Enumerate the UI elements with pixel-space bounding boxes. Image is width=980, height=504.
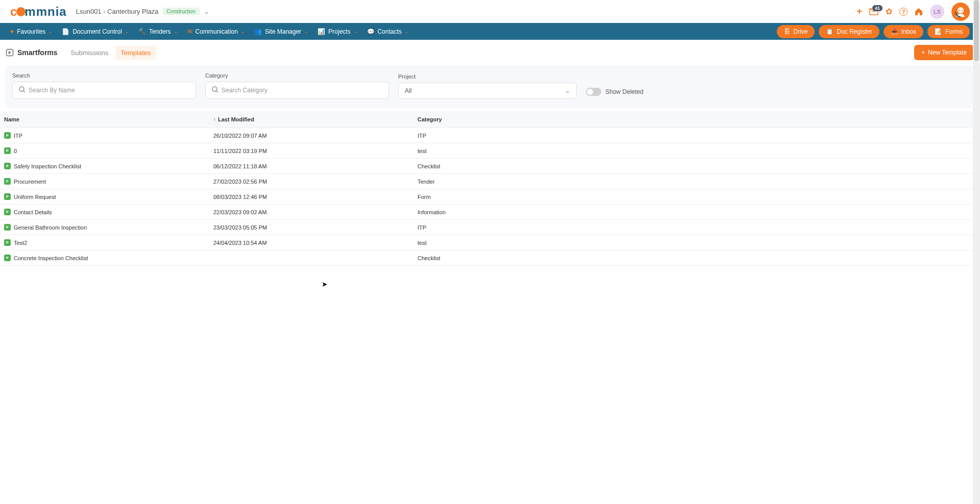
show-deleted-toggle[interactable] <box>586 88 601 96</box>
cell-name: F Safety Inspection Checklist <box>4 163 213 169</box>
cell-modified: 08/03/2023 12:46 PM <box>213 194 418 200</box>
cell-name: F Test2 <box>4 239 213 246</box>
topbar: cmmnia Lsun001 - Canterbury Plaza Constr… <box>0 0 980 23</box>
chevron-down-icon: ⌄ <box>565 87 570 94</box>
nav-icon: 💬 <box>367 28 375 35</box>
topbar-right: + 41 ✿ ? LS <box>856 3 970 21</box>
nav-item-site-manager[interactable]: 👥Site Manager⌄ <box>254 28 308 35</box>
nav-item-tenders[interactable]: 🔨Tenders⌄ <box>138 28 178 35</box>
table-row[interactable]: F 0 11/11/2022 03:19 PM test <box>0 143 980 159</box>
nav-item-communication[interactable]: ✉Communication⌄ <box>187 28 245 35</box>
cell-category: Form <box>418 194 976 200</box>
table-row[interactable]: F Uniform Request 08/03/2023 12:46 PM Fo… <box>0 189 980 205</box>
pill-label: Drive <box>793 28 807 35</box>
topbar-left: cmmnia Lsun001 - Canterbury Plaza Constr… <box>10 5 209 19</box>
nav-item-projects[interactable]: 📊Projects⌄ <box>317 28 357 35</box>
form-icon: F <box>4 147 11 154</box>
row-name: General Bathroom Inspection <box>14 224 87 231</box>
nav-label: Tenders <box>149 28 171 35</box>
form-icon: F <box>4 255 11 261</box>
cell-modified: 26/10/2022 09:07 AM <box>213 133 418 139</box>
svg-point-2 <box>959 9 960 10</box>
search-input[interactable] <box>29 87 189 94</box>
project-value: All <box>405 87 411 94</box>
col-name[interactable]: Name <box>4 116 213 122</box>
pill-icon: 📥 <box>891 28 898 35</box>
home-icon[interactable] <box>915 8 923 16</box>
show-deleted-label: Show Deleted <box>605 88 644 95</box>
nav-icon: 📄 <box>62 28 69 35</box>
cell-modified: 23/03/2023 05:05 PM <box>213 224 418 231</box>
main-nav: ♥Favourites⌄📄Document Control⌄🔨Tenders⌄✉… <box>0 23 980 40</box>
form-icon: F <box>4 224 11 231</box>
cell-category: Information <box>418 209 976 215</box>
tab-templates[interactable]: Templates <box>115 46 156 60</box>
settings-icon[interactable]: ✿ <box>886 7 892 16</box>
add-button[interactable]: + <box>856 6 862 17</box>
category-input[interactable] <box>222 87 382 94</box>
pill-forms[interactable]: 📝Forms <box>927 25 970 38</box>
row-name: Concrete Inspection Checklist <box>14 255 88 261</box>
search-icon <box>212 86 218 94</box>
help-icon[interactable]: ? <box>899 8 908 16</box>
table-row[interactable]: F Test2 24/04/2023 10:54 AM test <box>0 235 980 250</box>
tab-submissions[interactable]: Submissions <box>66 46 114 60</box>
show-deleted-wrap: Show Deleted <box>586 88 644 96</box>
table-row[interactable]: F ITP 26/10/2022 09:07 AM ITP <box>0 128 980 143</box>
pill-doc-register[interactable]: 📋Doc Register <box>819 25 879 38</box>
form-icon: F <box>4 178 11 185</box>
subbar: F Smartforms SubmissionsTemplates + New … <box>0 40 980 65</box>
pill-drive[interactable]: 🗄Drive <box>777 25 815 38</box>
cell-category: Checklist <box>418 163 976 169</box>
nav-item-contacts[interactable]: 💬Contacts⌄ <box>367 28 409 35</box>
support-avatar[interactable] <box>951 3 970 21</box>
col-modified[interactable]: ↑ Last Modified <box>213 116 418 122</box>
svg-point-4 <box>19 87 24 91</box>
table-row[interactable]: F Safety Inspection Checklist 06/12/2022… <box>0 159 980 174</box>
nav-right: 🗄Drive📋Doc Register📥Inbox📝Forms <box>777 25 970 38</box>
col-modified-label: Last Modified <box>218 116 254 122</box>
row-name: Safety Inspection Checklist <box>14 163 81 169</box>
scrollbar[interactable] <box>973 0 980 266</box>
row-name: 0 <box>14 148 17 154</box>
cell-category: ITP <box>418 133 976 139</box>
svg-line-5 <box>23 91 25 92</box>
nav-label: Communication <box>195 28 238 35</box>
pill-icon: 📝 <box>935 28 942 35</box>
user-avatar-small[interactable]: LS <box>930 5 944 19</box>
scrollbar-thumb[interactable] <box>974 0 979 61</box>
cell-name: F Contact Details <box>4 209 213 215</box>
table-row[interactable]: F Procurement 27/02/2023 02:56 PM Tender <box>0 174 980 189</box>
project-field: Project All ⌄ <box>398 73 577 99</box>
cell-modified: 06/12/2022 11:18 AM <box>213 163 418 169</box>
nav-item-favourites[interactable]: ♥Favourites⌄ <box>10 28 53 35</box>
new-template-button[interactable]: + New Template <box>914 45 974 60</box>
filter-bar: Search Category Project All ⌄ Show Delet… <box>5 65 975 108</box>
nav-item-document-control[interactable]: 📄Document Control⌄ <box>62 28 129 35</box>
pill-inbox[interactable]: 📥Inbox <box>884 25 923 38</box>
project-selector[interactable]: Lsun001 - Canterbury Plaza Construction … <box>76 8 209 15</box>
mail-button[interactable]: 41 <box>869 8 878 15</box>
nav-icon: 📊 <box>317 28 325 35</box>
form-icon: F <box>4 163 11 169</box>
logo[interactable]: cmmnia <box>10 5 67 19</box>
pill-icon: 📋 <box>826 28 834 35</box>
form-icon: F <box>4 132 11 139</box>
col-category[interactable]: Category <box>418 116 976 122</box>
project-select[interactable]: All ⌄ <box>398 83 577 99</box>
cell-name: F Concrete Inspection Checklist <box>4 255 213 261</box>
cell-name: F General Bathroom Inspection <box>4 224 213 231</box>
table-row[interactable]: F Concrete Inspection Checklist Checklis… <box>0 250 980 266</box>
cell-modified: 11/11/2022 03:19 PM <box>213 148 418 154</box>
table-row[interactable]: F Contact Details 22/03/2023 09:02 AM In… <box>0 205 980 220</box>
search-icon <box>19 86 26 94</box>
svg-point-6 <box>212 87 217 91</box>
cell-name: F Uniform Request <box>4 193 213 200</box>
search-label: Search <box>12 72 196 79</box>
nav-label: Favourites <box>17 28 45 35</box>
pill-label: Inbox <box>901 28 916 35</box>
category-label: Category <box>205 72 389 79</box>
nav-icon: ✉ <box>187 28 192 35</box>
grid-header: Name ↑ Last Modified Category <box>0 111 980 128</box>
table-row[interactable]: F General Bathroom Inspection 23/03/2023… <box>0 220 980 235</box>
